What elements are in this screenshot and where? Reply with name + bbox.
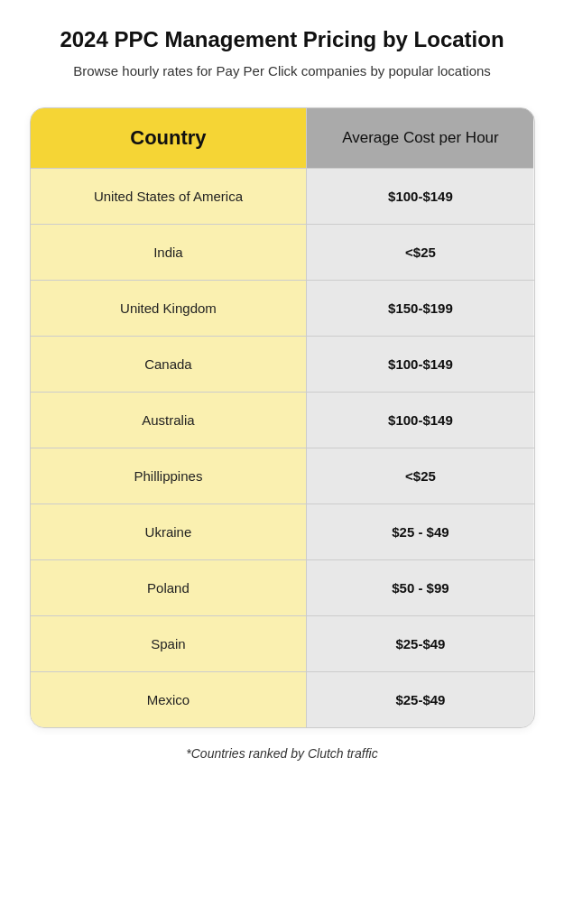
table-row: Australia$100-$149 [31, 393, 534, 448]
country-column-header: Country [31, 108, 308, 169]
cell-cost: $100-$149 [307, 169, 533, 224]
cell-country: United Kingdom [31, 281, 308, 336]
cell-cost: $100-$149 [307, 393, 533, 448]
cell-country: United States of America [31, 169, 308, 224]
page-subtitle: Browse hourly rates for Pay Per Click co… [73, 61, 491, 82]
cell-cost: <$25 [307, 448, 533, 504]
cell-cost: $25-$49 [307, 672, 533, 727]
table-row: United Kingdom$150-$199 [31, 281, 534, 337]
cell-country: India [31, 225, 308, 280]
cell-country: Phillippines [31, 448, 308, 504]
table-row: United States of America$100-$149 [31, 169, 534, 225]
cell-cost: $50 - $99 [307, 560, 533, 615]
pricing-table: Country Average Cost per Hour United Sta… [30, 107, 535, 728]
table-row: Spain$25-$49 [31, 616, 534, 672]
cell-country: Spain [31, 616, 308, 671]
cell-cost: $25-$49 [307, 616, 533, 671]
cell-country: Mexico [31, 672, 308, 727]
cell-country: Australia [31, 393, 308, 448]
table-row: Phillippines<$25 [31, 448, 534, 504]
cell-country: Ukraine [31, 504, 308, 559]
cell-country: Poland [31, 560, 308, 615]
table-row: Ukraine$25 - $49 [31, 504, 534, 560]
table-row: Mexico$25-$49 [31, 672, 534, 727]
table-row: Poland$50 - $99 [31, 560, 534, 616]
cell-cost: $100-$149 [307, 337, 533, 392]
cell-cost: $25 - $49 [307, 504, 533, 559]
footer-note: *Countries ranked by Clutch traffic [186, 746, 377, 761]
cell-country: Canada [31, 337, 308, 392]
table-header: Country Average Cost per Hour [31, 108, 534, 169]
table-body: United States of America$100-$149India<$… [31, 169, 534, 727]
page-title: 2024 PPC Management Pricing by Location [60, 27, 504, 52]
table-row: India<$25 [31, 225, 534, 281]
table-row: Canada$100-$149 [31, 337, 534, 393]
cell-cost: <$25 [307, 225, 533, 280]
cell-cost: $150-$199 [307, 281, 533, 336]
cost-column-header: Average Cost per Hour [307, 108, 533, 169]
